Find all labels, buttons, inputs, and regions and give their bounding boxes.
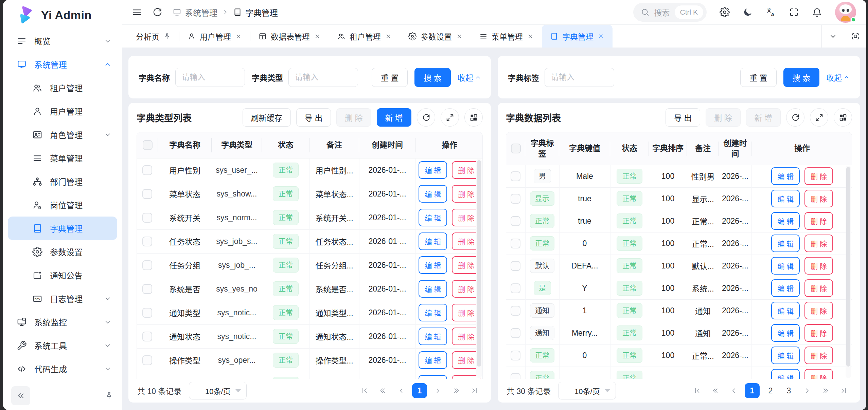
- edit-button[interactable]: 编 辑: [419, 185, 447, 203]
- dict-type-input[interactable]: [288, 68, 358, 87]
- table-fullscreen-button[interactable]: [810, 108, 828, 127]
- tab-menu[interactable]: 菜单管理: [471, 25, 542, 48]
- reset-button[interactable]: 重 置: [372, 68, 408, 87]
- delete-button[interactable]: 删 除: [804, 279, 833, 297]
- sidebar-item-tenants[interactable]: 租户管理: [8, 76, 117, 99]
- delete-button[interactable]: 删 除: [804, 257, 833, 275]
- avatar[interactable]: [835, 2, 856, 23]
- row-checkbox[interactable]: [511, 306, 520, 316]
- row-checkbox[interactable]: [511, 171, 520, 181]
- table-refresh-button[interactable]: [786, 108, 804, 127]
- page-last-button[interactable]: [836, 383, 851, 398]
- row-checkbox[interactable]: [142, 260, 152, 270]
- sidebar-item-tool[interactable]: 系统工具: [8, 334, 117, 357]
- sidebar-item-book[interactable]: 字典管理: [8, 217, 117, 240]
- page-number-1[interactable]: 1: [745, 383, 760, 398]
- export-button[interactable]: 导 出: [296, 108, 331, 127]
- export-button[interactable]: 导 出: [666, 108, 700, 127]
- delete-button[interactable]: 删 除: [804, 347, 833, 364]
- refresh-icon[interactable]: [152, 7, 162, 17]
- breadcrumb-item-system[interactable]: 系统管理: [173, 6, 217, 18]
- tab-table[interactable]: 数据表管理: [250, 25, 329, 48]
- close-icon[interactable]: [314, 33, 321, 40]
- edit-button[interactable]: 编 辑: [771, 190, 800, 207]
- row-checkbox[interactable]: [511, 216, 520, 226]
- sidebar-item-post[interactable]: 岗位管理: [8, 193, 117, 217]
- page-first-button[interactable]: [357, 383, 372, 398]
- row-checkbox[interactable]: [511, 328, 520, 338]
- edit-button[interactable]: 编 辑: [419, 256, 447, 274]
- page-number-2[interactable]: 2: [763, 383, 778, 398]
- tab-tenants[interactable]: 租户管理: [329, 25, 400, 48]
- select-all-checkbox[interactable]: [143, 140, 153, 150]
- delete-button[interactable]: 删 除: [804, 324, 833, 342]
- edit-button[interactable]: 编 辑: [419, 351, 447, 369]
- collapse-search-link[interactable]: 收起: [826, 72, 850, 83]
- sidebar-pin-icon[interactable]: [104, 391, 114, 400]
- search-button[interactable]: 搜 索: [783, 68, 819, 87]
- language-icon[interactable]: 文A: [766, 7, 776, 17]
- row-checkbox[interactable]: [142, 189, 152, 199]
- page-number-3[interactable]: 3: [781, 383, 796, 398]
- global-search[interactable]: 搜索 Ctrl K: [633, 3, 707, 22]
- dict-name-input[interactable]: [175, 68, 245, 87]
- row-checkbox[interactable]: [511, 194, 520, 204]
- page-next-button[interactable]: [800, 383, 815, 398]
- moon-icon[interactable]: [743, 7, 753, 17]
- row-checkbox[interactable]: [142, 284, 152, 294]
- close-icon[interactable]: [235, 33, 242, 40]
- sidebar-item-menu[interactable]: 菜单管理: [8, 146, 117, 170]
- edit-button[interactable]: 编 辑: [419, 232, 447, 250]
- sidebar-item-user[interactable]: 用户管理: [8, 99, 117, 123]
- edit-button[interactable]: 编 辑: [771, 212, 800, 230]
- table-refresh-button[interactable]: [417, 108, 435, 127]
- table-fullscreen-button[interactable]: [441, 108, 459, 127]
- row-checkbox[interactable]: [142, 355, 152, 365]
- sidebar-collapse-button[interactable]: [11, 386, 30, 405]
- delete-button[interactable]: 删 除: [804, 235, 833, 252]
- gear-icon[interactable]: [720, 7, 730, 17]
- pin-icon[interactable]: [163, 33, 171, 40]
- close-icon[interactable]: [385, 33, 392, 40]
- tab-gear[interactable]: 参数设置: [400, 25, 471, 48]
- collapse-search-link[interactable]: 收起: [458, 72, 481, 83]
- logo[interactable]: Yi Admin: [3, 0, 122, 28]
- page-first-button[interactable]: [690, 383, 705, 398]
- edit-button[interactable]: 编 辑: [419, 375, 447, 379]
- page-prev-button[interactable]: [726, 383, 741, 398]
- page-next-jump-button[interactable]: [818, 383, 833, 398]
- edit-button[interactable]: 编 辑: [419, 280, 447, 298]
- sidebar-item-overview[interactable]: 概览: [8, 29, 117, 53]
- hamburger-icon[interactable]: [132, 7, 142, 17]
- page-next-jump-button[interactable]: [449, 383, 464, 398]
- content-fullscreen-button[interactable]: [844, 25, 866, 48]
- delete-button[interactable]: 删 除: [804, 190, 833, 207]
- sidebar-item-code[interactable]: 代码生成: [8, 357, 117, 380]
- bell-icon[interactable]: [812, 7, 822, 17]
- add-button[interactable]: 新 增: [377, 108, 411, 127]
- sidebar-item-notice[interactable]: 通知公告: [8, 263, 117, 287]
- row-checkbox[interactable]: [511, 373, 520, 379]
- column-settings-button[interactable]: [834, 108, 852, 127]
- sidebar-item-log[interactable]: DEV日志管理: [8, 287, 117, 310]
- dict-label-input[interactable]: [545, 68, 614, 87]
- row-checkbox[interactable]: [511, 261, 520, 271]
- row-checkbox[interactable]: [142, 213, 152, 223]
- edit-button[interactable]: 编 辑: [419, 328, 447, 345]
- delete-button[interactable]: 删 除: [804, 369, 833, 379]
- page-number-1[interactable]: 1: [412, 383, 427, 398]
- row-checkbox[interactable]: [142, 308, 152, 318]
- page-last-button[interactable]: [467, 383, 482, 398]
- close-icon[interactable]: [456, 33, 463, 40]
- page-next-button[interactable]: [430, 383, 445, 398]
- edit-button[interactable]: 编 辑: [419, 304, 447, 321]
- add-button[interactable]: 新 增: [746, 108, 781, 127]
- select-all-checkbox[interactable]: [511, 144, 521, 153]
- edit-button[interactable]: 编 辑: [771, 369, 800, 379]
- tab-analysis[interactable]: 分析页: [128, 25, 179, 48]
- edit-button[interactable]: 编 辑: [771, 235, 800, 252]
- row-checkbox[interactable]: [511, 283, 520, 293]
- fullscreen-icon[interactable]: [789, 7, 799, 17]
- page-prev-jump-button[interactable]: [375, 383, 390, 398]
- edit-button[interactable]: 编 辑: [771, 279, 800, 297]
